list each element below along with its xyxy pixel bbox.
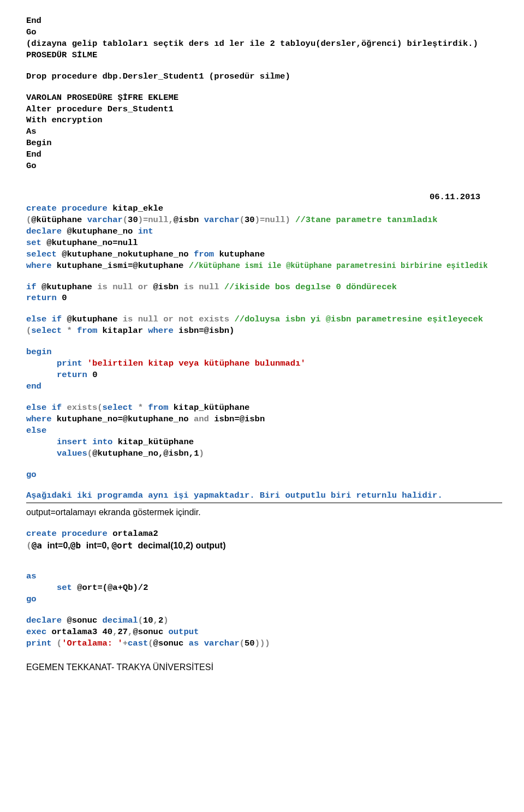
code-line: if @kutuphane is null or @isbn is null /…: [26, 282, 502, 293]
keyword: else if: [26, 314, 67, 324]
keyword: where: [148, 326, 174, 336]
code-line: declare @sonuc decimal(10,2): [26, 615, 502, 626]
code-line: End: [26, 149, 502, 160]
expr: kutuphane_ismi=@kutuphane: [52, 261, 189, 271]
code-line: else if exists(select * from kitap_kütüp…: [26, 402, 502, 414]
punct: (: [240, 215, 245, 225]
punct: (: [26, 215, 31, 225]
keyword: else if: [26, 403, 67, 413]
op: is null or: [97, 282, 153, 292]
punct: (: [26, 540, 32, 551]
type: int=0,: [86, 541, 112, 550]
op: exists: [67, 403, 97, 413]
comment: kütüphane ismi ile @kütüphane parametres…: [199, 261, 487, 270]
code-line: where kutuphane_no=@kutuphane_no and isb…: [26, 414, 502, 425]
keyword: from: [77, 326, 97, 336]
keyword: if: [26, 282, 41, 292]
code-line: Begin: [26, 138, 502, 149]
op: and: [194, 414, 209, 424]
code-line: (@a int=0,@b int=0, @ort decimal(10,2) o…: [26, 540, 502, 552]
punct: )=null,: [138, 215, 174, 225]
var: @kutuphane_no: [67, 226, 138, 236]
code-line: set @ort=(@a+Qb)/2: [26, 582, 502, 594]
keyword: set: [26, 238, 46, 248]
expr: kutuphane_no=@kutuphane_no: [52, 414, 194, 424]
expr: isbn=@isbn: [209, 414, 265, 424]
keyword: where: [26, 414, 52, 424]
num: 30: [245, 215, 255, 225]
keyword: values: [57, 449, 87, 458]
code-line: (dizayna gelip tabloları seçtik ders ıd …: [26, 38, 502, 50]
keyword: print: [26, 638, 57, 648]
identifier: kitaplar: [97, 326, 148, 336]
code-line: Drop procedure dbp.Dersler_Student1 (pro…: [26, 71, 502, 82]
punct: (: [87, 449, 92, 458]
code-line: values(@kutuphane_no,@isbn,1): [26, 448, 502, 459]
keyword: insert into: [57, 437, 112, 447]
num: 2: [143, 583, 148, 593]
keyword: create procedure: [26, 204, 108, 213]
keyword: output: [169, 627, 199, 637]
heading: PROSEDÜR SİLME: [26, 50, 502, 61]
keyword: return: [57, 370, 92, 380]
param: @kütüphane: [31, 215, 87, 225]
code-line: as: [26, 571, 502, 582]
num: 10: [143, 616, 153, 625]
punct: (: [57, 638, 62, 648]
code-line: go: [26, 594, 502, 605]
code-line: else if @kutuphane is null or not exists…: [26, 314, 502, 325]
identifier: kitap_kütüphane: [168, 403, 249, 413]
punct: ,: [128, 627, 133, 637]
keyword: cast: [128, 638, 148, 648]
punct: (: [97, 403, 102, 413]
code-line: declare @kutuphane_no int: [26, 226, 502, 237]
code-line: where kutuphane_ismi=@kutuphane //kütüph…: [26, 260, 502, 272]
punct: ,: [153, 616, 158, 625]
identifier: kutuphane: [214, 249, 265, 259]
expr: @kutuphane_no=null: [46, 238, 138, 248]
code-line: End: [26, 15, 502, 27]
keyword: create procedure: [26, 529, 108, 539]
param: @a: [32, 540, 47, 551]
args: @kutuphane_no,@isbn,: [92, 449, 194, 458]
keyword: as: [189, 638, 204, 648]
keyword: return: [26, 293, 62, 303]
comment: //: [189, 261, 199, 271]
var: @sonuc: [133, 627, 168, 637]
code-line: Go: [26, 27, 502, 38]
code-line: begin: [26, 347, 502, 358]
identifier: kitap_ekle: [108, 204, 163, 213]
op: *: [62, 326, 77, 336]
note: Aşağıdaki iki programda aynı işi yapmakt…: [26, 490, 502, 501]
comment: //3tane parametre tanımladık: [295, 215, 437, 225]
keyword: print: [57, 359, 87, 368]
num: 50: [245, 638, 255, 648]
keyword: declare: [26, 226, 67, 236]
code-line: set @kutuphane_no=null: [26, 237, 502, 249]
code-line: end: [26, 381, 502, 392]
var: @kutuphane: [41, 282, 97, 292]
op: +: [123, 638, 128, 648]
divider: [26, 503, 502, 503]
punct: (: [138, 616, 143, 625]
punct: ): [163, 616, 168, 625]
type: decimal: [103, 616, 138, 625]
num: 30: [128, 215, 138, 225]
keyword: from: [148, 403, 168, 413]
punct: ): [199, 449, 204, 458]
num: 2: [158, 616, 163, 625]
keyword: from: [194, 249, 214, 259]
code-line: (select * from kitaplar where isbn=@isbn…: [26, 325, 502, 337]
var: @kutuphane: [67, 314, 122, 324]
punct: )=null): [255, 215, 295, 225]
code-line: As: [26, 126, 502, 138]
expr: @ort=(@a+Qb)/: [77, 583, 143, 593]
param: @isbn: [174, 215, 204, 225]
string: 'Ortalama: ': [62, 638, 123, 648]
var: @isbn: [153, 282, 184, 292]
code-line: create procedure kitap_ekle: [26, 203, 502, 214]
op: is null or not exists: [123, 314, 235, 324]
date: 06.11.2013: [26, 192, 502, 203]
type: int: [138, 226, 153, 236]
punct: (: [148, 638, 153, 648]
